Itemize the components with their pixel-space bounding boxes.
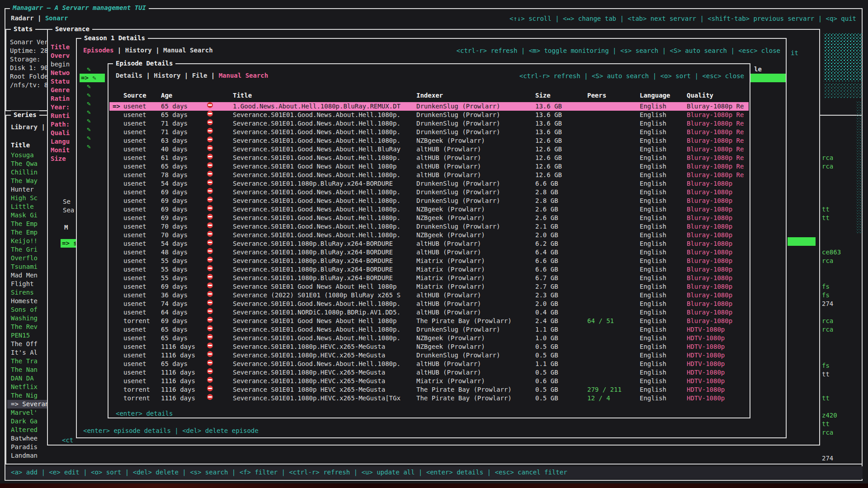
cell-age: 71 days [161, 119, 188, 128]
servarr-tab-sonarr[interactable]: Sonarr [45, 14, 68, 22]
release-row[interactable]: usenet65 daysSeverance.S01E01 Good News … [109, 162, 749, 171]
cell-age: 70 days [161, 231, 188, 239]
release-row[interactable]: torrent1116 daysSeverance S01E01 1080p H… [109, 385, 749, 394]
release-row[interactable]: usenet65 daysSeverance.S01E01.Good.News.… [109, 334, 749, 343]
cell-source: usenet [123, 222, 146, 231]
release-row[interactable]: usenet69 daysSeverance S01E01 Good News … [109, 282, 749, 291]
rejected-icon [207, 394, 213, 400]
release-row[interactable]: usenet61 daysSeverance.S01E01.Good.News.… [109, 154, 749, 162]
release-row[interactable]: usenet63 daysSeverance.S01E01.Good.News.… [109, 136, 749, 145]
release-row[interactable]: torrent69 daysSeverance S01E01 Good News… [109, 317, 749, 325]
cell-indexer: Miatrix (Prowlarr) [416, 257, 485, 265]
release-row[interactable]: usenet1116 daysSeverance.S01E01.1080p.HE… [109, 377, 749, 385]
selected-episode-row-fragment[interactable]: => ✎ [80, 74, 105, 82]
column-header-age[interactable]: Age [161, 91, 172, 100]
series-field-label: Quali [51, 129, 70, 137]
episode-monitored-pencil-icon[interactable]: ✎ [87, 82, 90, 91]
episode-monitored-pencil-icon[interactable]: ✎ [87, 134, 90, 142]
app-title: Managarr — A Servarr management TUI [10, 4, 149, 12]
release-row[interactable]: usenet36 daysSeverance (2022) S01E01 (10… [109, 291, 749, 300]
cell-source: usenet [123, 145, 146, 154]
release-row[interactable]: usenet55 daysSeverance.S01E01.1080p.BluR… [109, 257, 749, 265]
episode-tab-details[interactable]: Details [116, 72, 142, 79]
episode-monitored-pencil-icon[interactable]: ✎ [87, 65, 90, 74]
episode-monitored-pencil-icon[interactable]: ✎ [87, 142, 90, 151]
cell-source: usenet [123, 197, 146, 205]
column-header-size[interactable]: Size [535, 91, 551, 100]
cell-title: Severance S01E01 1080p HEVC x265-MeGusta [233, 385, 385, 394]
column-header-peers[interactable]: Peers [587, 91, 606, 100]
release-row[interactable]: usenet64 daysSeverance.S01E01.NORDiC.108… [109, 308, 749, 317]
release-row[interactable]: usenet55 daysSeverance.S01E01.1080p.BluR… [109, 274, 749, 282]
selected-season-highlight-fragment [788, 237, 816, 246]
cell-language: English [640, 394, 666, 403]
rejected-icon [207, 325, 213, 331]
column-header-indexer[interactable]: Indexer [416, 91, 443, 100]
release-row[interactable]: =>usenet65 days1.Good.News.About.Hell.10… [109, 102, 749, 111]
column-header-title[interactable]: Title [233, 91, 252, 100]
column-header-quality[interactable]: Quality [687, 91, 713, 100]
release-row[interactable]: usenet48 daysSeverance.S01E01.1080p.BluR… [109, 248, 749, 257]
cell-quality: HDTV-1080p [687, 385, 725, 394]
rejected-icon [207, 171, 213, 177]
cell-language: English [640, 360, 666, 368]
episode-tab-history[interactable]: History [154, 72, 180, 79]
cell-source: usenet [123, 343, 146, 351]
cell-age: 70 days [161, 222, 188, 231]
cell-size: 1.0 GB [535, 334, 558, 343]
release-row[interactable]: usenet1116 daysSeverance.S01E01.1080p.HE… [109, 351, 749, 360]
episode-monitored-pencil-icon[interactable]: ✎ [87, 117, 90, 125]
library-tab[interactable]: Library | [11, 123, 45, 131]
rejected-icon [207, 222, 213, 228]
episode-monitored-pencil-icon[interactable]: ✎ [87, 91, 90, 99]
series-field-label: Langu [51, 137, 70, 146]
cell-title: Severance.S01E01.1080p.BluRay.x264-BORDU… [233, 239, 393, 248]
release-row[interactable]: usenet70 daysSeverance.S01E01.Good.News.… [109, 231, 749, 239]
episode-tab-file[interactable]: File [192, 72, 208, 79]
release-row[interactable]: torrent1116 daysSeverance.S01E01.1080p.H… [109, 394, 749, 403]
release-row[interactable]: usenet1116 daysSeverance.S01E01.1080p.HE… [109, 343, 749, 351]
release-row[interactable]: usenet1116 daysSeverance.S01E01.1080p.HE… [109, 368, 749, 377]
series-column-header-title[interactable]: Title [11, 141, 30, 150]
rejected-icon [207, 119, 213, 125]
cell-quality: Bluray-1080p [687, 239, 732, 248]
release-row[interactable]: usenet54 daysSeverance.S01E01.1080p.BluR… [109, 179, 749, 188]
release-row[interactable]: usenet70 daysSeverance.S01E01.Good.News.… [109, 222, 749, 231]
release-row[interactable]: usenet78 daysSeverance.S01E01.Good.News.… [109, 171, 749, 179]
cell-indexer: Miatrix (Prowlarr) [416, 377, 485, 385]
episode-monitored-pencil-icon[interactable]: ✎ [87, 99, 90, 108]
release-row[interactable]: usenet65 daysSeverance.S01E01.Good.News.… [109, 360, 749, 368]
column-header-source[interactable]: Source [123, 91, 146, 100]
series-item[interactable]: Landman [7, 451, 119, 460]
cell-language: English [640, 274, 666, 282]
release-row[interactable]: usenet74 daysSeverance.S01E01.Good.News.… [109, 300, 749, 308]
release-row[interactable]: usenet65 daysSeverance.S01E01.Good.News.… [109, 325, 749, 334]
release-row[interactable]: usenet69 daysSeverance.S01E01.Good.News.… [109, 197, 749, 205]
cell-indexer: DrunkenSlug (Prowlarr) [416, 119, 500, 128]
release-row[interactable]: usenet55 daysSeverance.S01E01.1080p.BluR… [109, 265, 749, 274]
cell-peers: 12 / 4 [587, 394, 610, 403]
cell-quality: Bluray-1080p [687, 231, 732, 239]
release-row[interactable]: usenet69 daysSeverance.S01E01.Good.News.… [109, 205, 749, 214]
column-header-language[interactable]: Language [640, 91, 670, 100]
release-row[interactable]: usenet65 daysSeverance.S01E01.Good.News.… [109, 111, 749, 119]
release-row[interactable]: usenet71 daysSeverance.S01E01.Good.News.… [109, 119, 749, 128]
cell-title: Severance.S01E01.1080p.BluRay.x264-BORDU… [233, 265, 393, 274]
rejected-icon [207, 334, 213, 340]
servarr-tab-radarr[interactable]: Radarr [11, 14, 34, 22]
cell-age: 55 days [161, 274, 188, 282]
release-row[interactable]: usenet69 daysSeverance.S01E01.Good.News.… [109, 214, 749, 222]
release-row[interactable]: usenet54 daysSeverance.S01E01.1080p.BluR… [109, 239, 749, 248]
cell-title: Severance S01E01 Good News About Hell 10… [233, 317, 396, 325]
stats-line: Storage: [10, 55, 48, 64]
cell-quality: Bluray-1080p Re [687, 111, 744, 119]
release-row[interactable]: usenet40 daysSeverance.S01E01.Good.News.… [109, 145, 749, 154]
poster-braille-art [824, 33, 863, 81]
episode-monitored-pencil-icon[interactable]: ✎ [87, 125, 90, 134]
cell-title: Severance.S01E01.NORDiC.1080p.BDRip.AV1.… [233, 308, 401, 317]
episode-monitored-pencil-icon[interactable]: ✎ [87, 108, 90, 117]
release-row[interactable]: usenet71 daysSeverance.S01E01.Good.News.… [109, 128, 749, 136]
release-row[interactable]: usenet69 daysSeverance.S01E01.Good.News.… [109, 188, 749, 197]
cell-size: 12.6 GB [535, 136, 562, 145]
episode-tab-manual-search[interactable]: Manual Search [219, 72, 269, 79]
